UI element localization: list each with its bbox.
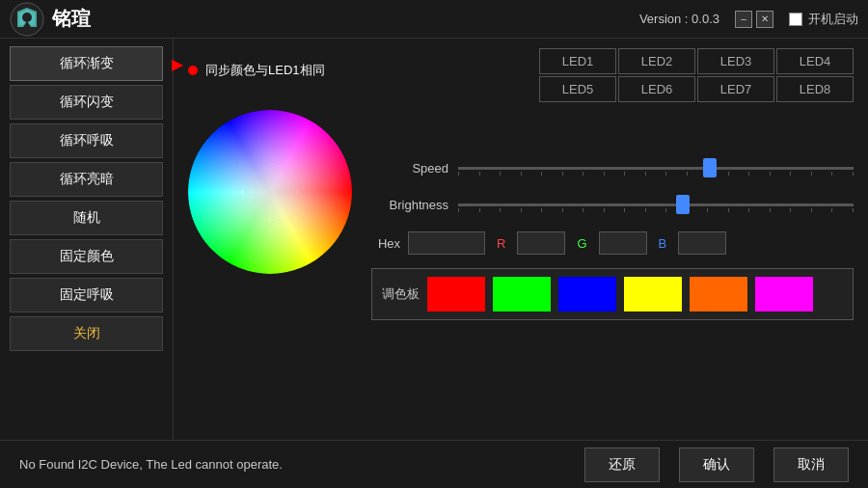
led5-button[interactable]: LED5 [539, 76, 616, 102]
speed-slider-track[interactable] [458, 158, 854, 177]
brightness-slider-track[interactable] [458, 195, 854, 214]
title-bar-left: 铭瑄 [10, 2, 91, 37]
sidebar-item-fixed-breathe[interactable]: 固定呼吸 [10, 278, 163, 312]
b-input[interactable] [678, 231, 726, 255]
led7-button[interactable]: LED7 [697, 76, 774, 102]
speed-slider-bg [458, 167, 854, 170]
svg-point-1 [22, 13, 32, 22]
brightness-slider-bg [458, 203, 854, 206]
sidebar-item-random[interactable]: 随机 [10, 201, 163, 235]
sidebar-item-close[interactable]: 关闭 [10, 316, 163, 351]
g-label: G [573, 236, 590, 251]
arrow-icon: ▶ [172, 55, 183, 73]
led8-button[interactable]: LED8 [776, 76, 854, 102]
brightness-slider-thumb[interactable] [676, 195, 690, 214]
startup-checkbox[interactable] [789, 13, 802, 26]
sync-row: 同步颜色与LED1相同 [188, 62, 325, 79]
palette-label: 调色板 [382, 285, 420, 303]
sidebar: 循环渐变 ▶ 循环闪变 循环呼吸 循环亮暗 随机 固定颜色 固定呼吸 关闭 [0, 39, 174, 440]
sidebar-item-cycle-flash[interactable]: 循环闪变 [10, 85, 163, 120]
sync-text: 同步颜色与LED1相同 [205, 62, 325, 79]
brightness-label: Brightness [371, 198, 448, 212]
led4-button[interactable]: LED4 [776, 48, 854, 74]
confirm-button[interactable]: 确认 [679, 447, 754, 482]
r-input[interactable] [517, 231, 565, 255]
speed-ticks [458, 172, 854, 176]
palette-swatch-1[interactable] [493, 277, 551, 312]
sidebar-item-cycle-gradient[interactable]: 循环渐变 ▶ [10, 46, 163, 81]
brightness-slider-row: Brightness [371, 195, 854, 214]
palette-swatch-4[interactable] [690, 277, 747, 312]
palette-swatch-2[interactable] [558, 277, 616, 312]
cancel-button[interactable]: 取消 [773, 447, 849, 482]
app-title: 铭瑄 [52, 6, 91, 32]
palette-swatch-3[interactable] [624, 277, 682, 312]
palette-swatch-0[interactable] [427, 277, 485, 312]
palette-row: 调色板 [371, 268, 854, 320]
sync-dot [188, 66, 198, 75]
title-bar: 铭瑄 Version : 0.0.3 – ✕ 开机启动 [0, 0, 868, 39]
window-controls: – ✕ [735, 11, 773, 28]
sidebar-item-fixed-color[interactable]: 固定颜色 [10, 239, 163, 274]
palette-swatch-5[interactable] [755, 277, 813, 312]
bottom-bar: No Found I2C Device, The Led cannot oper… [0, 440, 868, 488]
g-input[interactable] [599, 231, 647, 255]
title-bar-right: Version : 0.0.3 – ✕ 开机启动 [639, 11, 858, 28]
led2-button[interactable]: LED2 [618, 48, 695, 74]
controls-panel: Speed [371, 158, 854, 320]
speed-label: Speed [371, 161, 448, 176]
close-window-button[interactable]: ✕ [756, 11, 773, 28]
sidebar-item-cycle-dark[interactable]: 循环亮暗 [10, 162, 163, 197]
hex-input[interactable] [408, 231, 485, 255]
version-text: Version : 0.0.3 [639, 12, 719, 26]
content-area: 同步颜色与LED1相同 LED1 LED2 LED3 LED4 LED5 LED… [174, 39, 868, 440]
led3-button[interactable]: LED3 [697, 48, 774, 74]
color-wheel-container[interactable] [188, 110, 352, 274]
sidebar-item-cycle-breathe[interactable]: 循环呼吸 [10, 123, 163, 158]
hex-rgb-row: Hex R G B [371, 231, 854, 255]
led1-button[interactable]: LED1 [539, 48, 616, 74]
speed-slider-thumb[interactable] [703, 158, 717, 177]
minimize-button[interactable]: – [735, 11, 752, 28]
led6-button[interactable]: LED6 [618, 76, 695, 102]
main-layout: 循环渐变 ▶ 循环闪变 循环呼吸 循环亮暗 随机 固定颜色 固定呼吸 关闭 [0, 39, 868, 440]
brightness-ticks [458, 208, 854, 212]
r-label: R [493, 236, 509, 251]
b-label: B [655, 236, 671, 251]
speed-slider-row: Speed [371, 158, 854, 177]
color-wheel[interactable] [188, 110, 352, 274]
status-text: No Found I2C Device, The Led cannot oper… [19, 457, 565, 472]
startup-label: 开机启动 [808, 11, 858, 28]
app-logo [10, 2, 44, 37]
panel-content: Speed [188, 110, 854, 320]
restore-button[interactable]: 还原 [584, 447, 660, 482]
startup-check[interactable]: 开机启动 [789, 11, 858, 28]
hex-label: Hex [371, 236, 400, 251]
led-grid: LED1 LED2 LED3 LED4 LED5 LED6 LED7 LED8 [539, 48, 854, 102]
